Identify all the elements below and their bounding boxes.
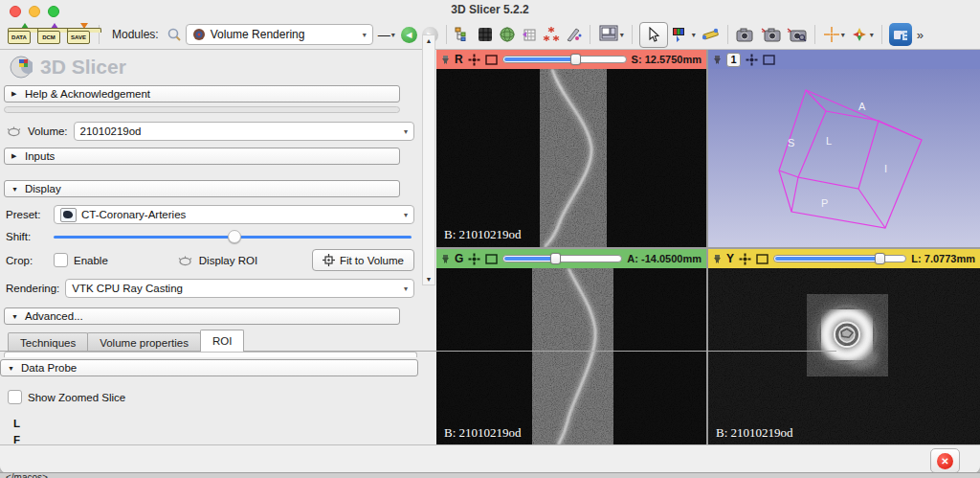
tab-techniques[interactable]: Techniques: [8, 332, 88, 352]
screenshot-button[interactable]: [735, 23, 756, 46]
section-data-probe[interactable]: ▼ Data Probe: [0, 359, 418, 376]
module-panel: 3D Slicer ▶ Help & Acknowledgement Volum…: [0, 50, 422, 445]
slice-visibility-icon[interactable]: [468, 54, 480, 66]
pin-icon[interactable]: [713, 55, 722, 65]
green-volume-label: B: 21010219od: [444, 425, 522, 441]
roi-tab-content: [4, 352, 417, 357]
red-slider-handle[interactable]: [570, 54, 581, 65]
load-data-button[interactable]: DATA: [6, 23, 33, 46]
scroll-up-icon[interactable]: ▲: [423, 37, 434, 44]
maximize-view-icon[interactable]: [763, 55, 775, 65]
error-log-button[interactable]: ✕: [930, 448, 960, 473]
yellow-slice-controller: Y L: 7.0773mm: [708, 249, 980, 268]
save-button[interactable]: SAVE: [65, 23, 92, 46]
green-slider-handle[interactable]: [550, 253, 561, 264]
slicer-logo-icon: [10, 56, 33, 79]
slice-intersections-button[interactable]: ▾: [849, 23, 875, 46]
module-back-button[interactable]: ◀: [400, 23, 418, 46]
scene-view-button[interactable]: [759, 23, 782, 46]
section-inputs[interactable]: ▶ Inputs: [4, 148, 400, 165]
threeD-view-letter[interactable]: 1: [726, 53, 741, 67]
layout-selector-button[interactable]: ▾: [597, 23, 625, 46]
toolbar-overflow-button[interactable]: »: [917, 28, 924, 42]
fit-to-volume-button[interactable]: Fit to Volume: [312, 249, 414, 271]
tri-right-icon: ▶: [11, 90, 18, 98]
section-advanced[interactable]: ▼ Advanced...: [4, 307, 400, 325]
pin-icon[interactable]: [441, 55, 450, 65]
pin-icon[interactable]: [713, 254, 722, 264]
restore-scene-view-button[interactable]: [785, 23, 808, 46]
extensions-manager-button[interactable]: [889, 23, 912, 46]
red-slice-content[interactable]: B: 21010219od: [436, 69, 706, 247]
section-data-probe-label: Data Probe: [21, 362, 77, 374]
orientation-label-i: I: [884, 163, 887, 174]
title-bar: 3D Slicer 5.2.2: [0, 0, 980, 20]
subject-hierarchy-icon[interactable]: [454, 23, 473, 46]
yellow-slice-view: Y L: 7.0773mm: [708, 249, 980, 445]
module-search-icon[interactable]: [166, 23, 183, 46]
pin-icon[interactable]: [441, 254, 450, 264]
yellow-view-letter[interactable]: Y: [726, 252, 734, 265]
module-history-button[interactable]: —▾: [376, 25, 397, 44]
chevron-down-icon: ▾: [404, 211, 408, 219]
view-options-icon[interactable]: [746, 54, 758, 66]
shift-label: Shift:: [6, 231, 48, 242]
chevron-down-icon: ▾: [363, 31, 367, 39]
advanced-tabs: Techniques Volume properties ROI: [8, 330, 422, 352]
scroll-down-icon[interactable]: ▼: [423, 276, 434, 283]
load-dicom-label: DCM: [37, 31, 60, 44]
crosshair-button[interactable]: ▾: [822, 23, 846, 46]
volume-visibility-eye-icon[interactable]: [6, 125, 22, 137]
place-markup-button[interactable]: ▾: [671, 23, 697, 46]
maximize-view-icon[interactable]: [756, 254, 768, 264]
maximize-view-icon[interactable]: [485, 55, 498, 65]
transforms-module-icon[interactable]: [520, 23, 539, 46]
shift-slider-handle[interactable]: [228, 230, 241, 243]
green-slice-controller: G A: -14.0500mm: [436, 249, 706, 268]
orientation-label-p: P: [821, 197, 828, 209]
load-dicom-button[interactable]: DCM: [35, 23, 62, 46]
slice-visibility-icon[interactable]: [739, 253, 751, 265]
green-slice-offset-slider[interactable]: [502, 253, 622, 264]
red-view-letter[interactable]: R: [455, 53, 463, 66]
back-arrow-icon: ◀: [406, 31, 412, 39]
annotations-module-icon[interactable]: [564, 23, 583, 46]
red-slice-offset-slider[interactable]: [502, 54, 627, 65]
panel-scrollbar[interactable]: ▲ ▼: [422, 34, 435, 285]
markups-module-icon[interactable]: [542, 23, 561, 46]
section-help-acknowledgement[interactable]: ▶ Help & Acknowledgement: [4, 85, 400, 102]
maximize-view-icon[interactable]: [485, 254, 498, 264]
probe-layer-l: L: [13, 418, 422, 429]
yellow-volume-label: B: 21010219od: [716, 425, 793, 441]
module-selector[interactable]: Volume Rendering ▾: [186, 24, 373, 45]
volumes-module-icon[interactable]: [476, 23, 495, 46]
chevron-down-icon: ▾: [404, 285, 408, 293]
preset-selector[interactable]: CT-Coronary-Arteries ▾: [54, 205, 414, 224]
shift-slider[interactable]: [54, 230, 415, 243]
show-zoomed-slice-checkbox[interactable]: [8, 390, 22, 404]
rendering-selector[interactable]: VTK CPU Ray Casting ▾: [65, 279, 414, 298]
slice-visibility-icon[interactable]: [468, 253, 480, 265]
volume-selector[interactable]: 21010219od ▾: [74, 122, 414, 141]
tab-volume-properties[interactable]: Volume properties: [87, 332, 201, 352]
ruler-button[interactable]: [700, 23, 721, 46]
threeD-content[interactable]: A S L I P: [708, 69, 980, 247]
background-window-strip: </macos>: [0, 472, 980, 478]
crop-enable-checkbox[interactable]: [54, 253, 68, 267]
green-view-letter[interactable]: G: [455, 252, 463, 265]
history-dash-icon: —: [378, 28, 390, 42]
preset-thumbnail-icon: [60, 208, 77, 222]
orientation-label-l: L: [826, 135, 832, 147]
tab-roi-label: ROI: [212, 335, 232, 347]
yellow-slice-offset-slider[interactable]: [773, 253, 906, 264]
section-display[interactable]: ▼ Display: [4, 180, 400, 197]
yellow-slice-content[interactable]: B: 21010219od: [708, 268, 980, 445]
tab-roi[interactable]: ROI: [200, 330, 244, 352]
yellow-slider-handle[interactable]: [875, 253, 885, 264]
chevron-down-icon: ▾: [870, 31, 874, 39]
green-slice-content[interactable]: B: 21010219od: [436, 268, 706, 445]
roi-visibility-eye-icon[interactable]: [177, 255, 193, 266]
models-module-icon[interactable]: [498, 23, 517, 46]
tri-down-icon: ▼: [8, 365, 14, 372]
mouse-interaction-button[interactable]: [639, 22, 668, 48]
